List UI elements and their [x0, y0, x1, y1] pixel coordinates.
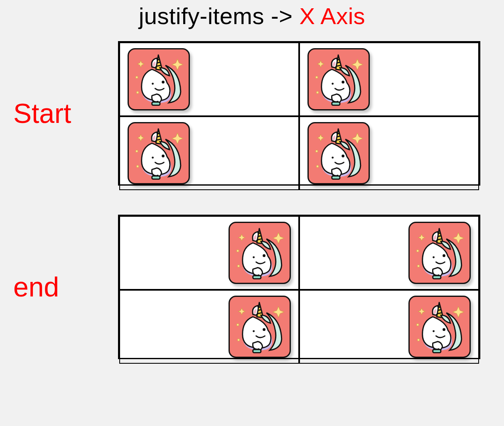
svg-rect-39 [253, 276, 261, 279]
svg-point-0 [135, 76, 138, 78]
svg-point-1 [136, 91, 139, 94]
svg-point-32 [236, 250, 239, 252]
svg-point-14 [332, 83, 334, 85]
svg-point-8 [315, 76, 318, 78]
svg-point-29 [342, 154, 344, 157]
svg-point-38 [253, 256, 255, 258]
svg-point-6 [152, 83, 154, 85]
svg-line-3 [157, 62, 160, 63]
svg-line-11 [337, 62, 340, 63]
svg-point-46 [433, 256, 435, 258]
svg-line-36 [258, 233, 261, 233]
example-label: Start [13, 98, 107, 129]
svg-line-4 [157, 59, 160, 60]
svg-line-34 [258, 239, 262, 240]
svg-line-12 [337, 59, 340, 60]
svg-point-13 [342, 81, 344, 83]
grid-cell [119, 216, 299, 290]
svg-point-5 [162, 81, 165, 83]
unicorn-icon [229, 222, 291, 284]
svg-point-17 [136, 165, 139, 168]
grid-cell [299, 42, 479, 116]
svg-line-60 [438, 307, 441, 307]
svg-line-42 [438, 239, 442, 240]
unicorn-icon [128, 122, 190, 184]
svg-line-27 [337, 136, 340, 137]
unicorn-icon [307, 48, 370, 110]
svg-point-16 [135, 150, 138, 152]
svg-line-10 [337, 65, 341, 66]
svg-point-54 [253, 330, 255, 332]
diagram-title: justify-items -> X Axis [0, 0, 504, 41]
grid-cell [299, 290, 479, 364]
grid-cell [119, 42, 299, 116]
unicorn-icon [408, 222, 471, 284]
svg-point-37 [263, 254, 266, 257]
grid-cell [119, 290, 299, 364]
svg-line-50 [258, 313, 262, 313]
svg-line-44 [438, 233, 441, 233]
grid-start [118, 41, 480, 186]
svg-line-18 [157, 139, 161, 140]
example-row-start: Start [0, 41, 504, 186]
svg-point-21 [162, 154, 165, 157]
unicorn-icon [128, 48, 190, 110]
grid-end [118, 215, 480, 359]
svg-point-24 [315, 150, 318, 152]
svg-line-20 [157, 133, 160, 134]
svg-point-62 [433, 330, 435, 332]
svg-line-51 [258, 310, 261, 311]
example-label: end [13, 271, 107, 303]
svg-line-19 [157, 136, 160, 137]
svg-line-28 [337, 133, 340, 134]
svg-rect-23 [152, 176, 160, 179]
svg-point-53 [263, 328, 266, 331]
svg-line-26 [337, 139, 341, 140]
svg-point-9 [316, 91, 319, 94]
svg-rect-31 [332, 176, 340, 179]
grid-cell [299, 116, 479, 190]
title-property: justify-items -> [139, 3, 293, 29]
svg-point-48 [236, 323, 239, 326]
svg-line-58 [438, 313, 442, 313]
svg-point-41 [417, 265, 420, 267]
svg-point-45 [443, 254, 445, 257]
svg-point-49 [237, 339, 240, 341]
svg-point-25 [316, 165, 319, 168]
svg-rect-47 [433, 276, 441, 279]
svg-point-61 [443, 328, 445, 331]
svg-point-33 [237, 265, 240, 267]
svg-rect-7 [152, 102, 160, 105]
svg-line-52 [258, 307, 261, 307]
unicorn-icon [307, 122, 370, 184]
svg-rect-15 [332, 102, 340, 105]
svg-line-35 [258, 236, 261, 237]
grid-cell [119, 116, 299, 190]
svg-point-30 [332, 157, 334, 159]
unicorn-icon [408, 296, 471, 358]
svg-point-57 [417, 339, 420, 341]
svg-point-40 [416, 250, 419, 252]
title-axis: X Axis [299, 3, 365, 29]
svg-line-43 [438, 236, 441, 237]
svg-line-2 [157, 65, 161, 66]
unicorn-icon [229, 296, 291, 358]
example-row-end: end [0, 215, 504, 359]
svg-point-22 [152, 157, 154, 159]
svg-line-59 [438, 310, 441, 311]
svg-rect-55 [253, 350, 261, 353]
grid-cell [299, 216, 479, 290]
svg-point-56 [416, 323, 419, 326]
svg-rect-63 [433, 350, 441, 353]
